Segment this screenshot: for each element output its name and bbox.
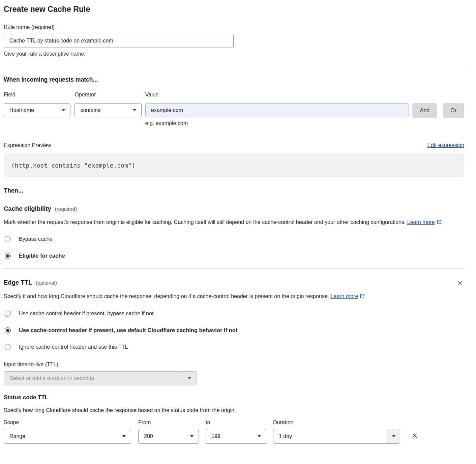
radio-label: Bypass cache: [19, 236, 53, 242]
operator-select[interactable]: contains: [75, 103, 141, 117]
close-edge-ttl-button[interactable]: [456, 279, 464, 287]
duration-arrow-button[interactable]: [387, 429, 400, 443]
cache-eligibility-options: Bypass cache Eligible for cache: [4, 236, 464, 259]
radio-label: Use cache-control header if present, byp…: [19, 311, 153, 317]
cache-eligibility-description: Mark whether the request’s response from…: [4, 218, 457, 227]
edge-ttl-header: Edge TTL(optional): [4, 279, 464, 287]
ttl-duration-combobox: Select or add a duration in seconds: [4, 371, 197, 385]
required-tag: (required): [55, 206, 77, 212]
learn-more-link[interactable]: Learn more: [407, 219, 435, 225]
operator-select-value: contains: [80, 107, 100, 113]
field-select[interactable]: Hostname: [4, 103, 70, 117]
close-icon: [457, 280, 464, 286]
section-divider: [4, 67, 464, 67]
optional-tag: (optional): [36, 280, 57, 286]
radio-checked-icon[interactable]: [5, 253, 11, 259]
and-button[interactable]: And: [412, 103, 437, 118]
external-link-icon: [437, 219, 442, 225]
page-title: Create new Cache Rule: [4, 5, 464, 14]
radio-unchecked-icon[interactable]: [5, 236, 11, 242]
cache-eligibility-description-text: Mark whether the request’s response from…: [4, 219, 406, 225]
radio-label: Eligible for cache: [19, 253, 65, 259]
status-code-ttl-row: Scope Range From 200 to 599 Duration 1 d…: [4, 419, 464, 444]
radio-unchecked-icon[interactable]: [5, 311, 11, 317]
radio-label: Ignore cache-control header and use this…: [19, 344, 128, 350]
duration-value: 1 day: [273, 429, 387, 443]
rule-name-label: Rule name (required): [4, 24, 464, 30]
rule-name-input[interactable]: [4, 34, 234, 48]
to-select-value: 599: [211, 433, 220, 439]
edge-ttl-description-text: Specify if and how long Cloudflare shoul…: [4, 293, 329, 299]
field-label: Field: [4, 91, 70, 98]
radio-unchecked-icon[interactable]: [5, 344, 11, 350]
from-label: From: [138, 419, 199, 426]
ttl-input-label: Input time-to-live (TTL): [4, 361, 464, 368]
from-select-value: 200: [144, 433, 153, 439]
rule-name-helper: Give your rule a descriptive name.: [4, 51, 464, 57]
radio-option-bypass-cache[interactable]: Bypass cache: [4, 236, 464, 242]
chevron-down-icon: [392, 435, 395, 437]
scope-select[interactable]: Range: [4, 429, 131, 444]
match-section-heading: When incoming requests match...: [4, 76, 464, 83]
ttl-combobox-arrow-button: [182, 372, 197, 385]
duration-label: Duration: [273, 419, 400, 426]
chevron-down-icon: [258, 435, 261, 437]
edit-expression-link[interactable]: Edit expression: [427, 142, 464, 148]
chevron-down-icon: [188, 377, 191, 379]
operator-label: Operator: [75, 91, 141, 98]
scope-label: Scope: [4, 419, 131, 426]
chevron-down-icon: [133, 109, 136, 111]
ttl-combobox-placeholder: Select or add a duration in seconds: [4, 372, 182, 385]
expression-code: (http.host contains "example.com"): [11, 162, 135, 169]
learn-more-link[interactable]: Learn more: [331, 293, 358, 299]
radio-label: Use cache-control header if present, use…: [19, 327, 237, 334]
from-select[interactable]: 200: [138, 429, 199, 444]
scope-select-value: Range: [9, 433, 25, 439]
cache-eligibility-heading: Cache eligibility(required): [4, 205, 464, 212]
expression-preview-label: Expression Preview: [4, 142, 51, 148]
duration-combobox[interactable]: 1 day: [273, 429, 400, 444]
edge-ttl-heading: Edge TTL(optional): [4, 279, 57, 286]
create-cache-rule-form: Create new Cache Rule Rule name (require…: [4, 5, 464, 444]
value-input[interactable]: [145, 103, 409, 117]
radio-option-ignore-header-ttl[interactable]: Ignore cache-control header and use this…: [4, 344, 464, 350]
value-helper: e.g. example.com: [145, 120, 409, 126]
status-code-ttl-heading: Status code TTL: [4, 394, 464, 401]
edge-ttl-options: Use cache-control header if present, byp…: [4, 311, 464, 350]
expression-preview-box: (http.host contains "example.com"): [4, 153, 464, 177]
radio-checked-icon[interactable]: [5, 327, 11, 334]
expression-header: Expression Preview Edit expression: [4, 142, 464, 148]
section-divider: [4, 268, 464, 269]
edge-ttl-description: Specify if and how long Cloudflare shoul…: [4, 292, 375, 301]
cache-eligibility-title: Cache eligibility: [4, 205, 51, 212]
or-button[interactable]: Or: [443, 103, 464, 118]
spacer: [443, 91, 464, 103]
radio-option-eligible-for-cache[interactable]: Eligible for cache: [4, 253, 464, 259]
radio-option-use-header-default[interactable]: Use cache-control header if present, use…: [4, 327, 464, 334]
chevron-down-icon: [62, 109, 65, 111]
chevron-down-icon: [190, 435, 194, 437]
to-select[interactable]: 599: [206, 429, 266, 444]
spacer: [412, 91, 437, 103]
remove-status-code-row-button[interactable]: [410, 431, 419, 440]
to-label: to: [206, 419, 266, 426]
close-icon: [411, 432, 418, 439]
chevron-down-icon: [122, 435, 126, 437]
external-link-icon: [360, 293, 365, 299]
then-heading: Then...: [4, 187, 464, 194]
radio-option-use-header-bypass[interactable]: Use cache-control header if present, byp…: [4, 311, 464, 317]
value-label: Value: [145, 91, 409, 98]
field-select-value: Hostname: [9, 107, 34, 113]
status-code-ttl-description: Specify how long Cloudflare should cache…: [4, 406, 464, 415]
match-controls-row: Field Hostname Operator contains Value e…: [4, 91, 464, 126]
edge-ttl-title: Edge TTL: [4, 279, 32, 286]
